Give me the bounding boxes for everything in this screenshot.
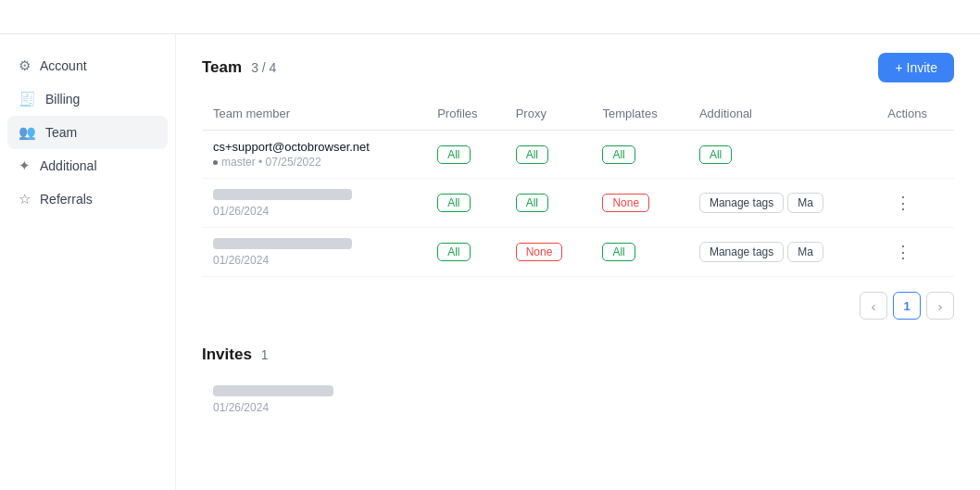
member-name-blurred: [213, 188, 415, 203]
proxy-badge: All: [516, 145, 548, 164]
manage-tags-button[interactable]: Manage tags: [699, 242, 784, 262]
templates-cell: None: [591, 179, 687, 228]
main-layout: ⚙Account🧾Billing👥Team✦Additional☆Referra…: [0, 34, 980, 490]
col-profiles: Profiles: [426, 97, 505, 131]
invites-section: Invites 1 01/26/2024: [202, 346, 954, 421]
sidebar-item-team[interactable]: 👥Team: [7, 116, 168, 149]
member-date: 01/26/2024: [213, 205, 415, 218]
profiles-cell: All: [426, 179, 505, 228]
pagination: ‹ 1 ›: [202, 292, 954, 320]
invite-button[interactable]: + Invite: [878, 53, 954, 82]
col-team-member: Team member: [202, 97, 426, 131]
table-row: 01/26/2024AllNoneAllManage tagsMa⋮: [202, 228, 954, 277]
member-cell: 01/26/2024: [202, 228, 426, 277]
manage-action-button[interactable]: Ma: [787, 242, 823, 262]
sidebar-item-additional[interactable]: ✦Additional: [7, 149, 168, 182]
member-name: cs+support@octobrowser.net: [213, 140, 415, 154]
sidebar-item-referrals[interactable]: ☆Referrals: [7, 182, 168, 216]
profiles-badge: All: [437, 145, 470, 164]
sidebar-label: Referrals: [40, 192, 93, 207]
invites-count: 1: [261, 347, 269, 362]
templates-badge: None: [602, 194, 649, 212]
sidebar-label: Team: [45, 125, 77, 140]
col-actions: Actions: [876, 97, 954, 131]
proxy-cell: None: [505, 228, 592, 277]
member-sub: master • 07/25/2022: [213, 156, 415, 169]
actions-cell: ⋮: [876, 179, 954, 228]
team-icon: 👥: [19, 124, 36, 141]
invite-date: 01/26/2024: [213, 401, 943, 414]
invite-name-blurred: [213, 385, 333, 396]
member-date: 01/26/2024: [213, 254, 415, 267]
table-row: cs+support@octobrowser.netmaster • 07/25…: [202, 131, 954, 179]
additional-icon: ✦: [19, 157, 31, 174]
billing-icon: 🧾: [19, 91, 36, 107]
templates-cell: All: [591, 131, 687, 179]
referrals-icon: ☆: [19, 191, 31, 207]
sidebar-label: Additional: [40, 158, 97, 173]
invites-header: Invites 1: [202, 346, 954, 364]
profiles-cell: All: [426, 228, 505, 277]
member-cell: 01/26/2024: [202, 179, 426, 228]
main-content: Team 3 / 4 + Invite Team memberProfilesP…: [176, 34, 980, 490]
actions-cell: ⋮: [876, 228, 954, 277]
invites-title: Invites: [202, 346, 252, 364]
additional-cell: Manage tagsMa: [688, 228, 876, 277]
proxy-badge: None: [516, 243, 563, 261]
account-icon: ⚙: [19, 57, 31, 74]
team-title-row: Team 3 / 4: [202, 58, 276, 77]
profiles-cell: All: [426, 131, 505, 179]
col-additional: Additional: [688, 97, 876, 131]
proxy-badge: All: [516, 194, 548, 212]
sidebar: ⚙Account🧾Billing👥Team✦Additional☆Referra…: [0, 34, 176, 490]
member-name-blurred: [213, 237, 415, 252]
templates-cell: All: [591, 228, 687, 277]
additional-badge: All: [699, 145, 732, 164]
page-header: [0, 0, 980, 34]
templates-badge: All: [602, 145, 634, 164]
team-section-header: Team 3 / 4 + Invite: [202, 53, 954, 82]
team-section-title: Team: [202, 58, 242, 77]
sidebar-item-billing[interactable]: 🧾Billing: [7, 82, 168, 116]
app-container: ⚙Account🧾Billing👥Team✦Additional☆Referra…: [0, 0, 980, 490]
profiles-badge: All: [437, 194, 470, 212]
templates-badge: All: [602, 243, 634, 261]
additional-cell: All: [688, 131, 876, 179]
member-cell: cs+support@octobrowser.netmaster • 07/25…: [202, 131, 426, 179]
sidebar-label: Billing: [45, 92, 80, 107]
proxy-cell: All: [505, 131, 592, 179]
prev-page-button[interactable]: ‹: [860, 292, 887, 320]
more-actions-button[interactable]: ⋮: [887, 191, 919, 215]
team-count: 3 / 4: [251, 60, 276, 75]
invite-row: 01/26/2024: [202, 377, 954, 421]
table-row: 01/26/2024AllAllNoneManage tagsMa⋮: [202, 179, 954, 228]
col-templates: Templates: [591, 97, 687, 131]
actions-cell: [876, 131, 954, 179]
profiles-badge: All: [437, 243, 470, 261]
sidebar-item-account[interactable]: ⚙Account: [7, 49, 168, 82]
next-page-button[interactable]: ›: [926, 292, 954, 320]
col-proxy: Proxy: [505, 97, 592, 131]
team-table: Team memberProfilesProxyTemplatesAdditio…: [202, 97, 954, 277]
sidebar-label: Account: [40, 58, 87, 73]
manage-action-button[interactable]: Ma: [787, 193, 823, 213]
manage-tags-button[interactable]: Manage tags: [699, 193, 784, 213]
additional-cell: Manage tagsMa: [688, 179, 876, 228]
more-actions-button[interactable]: ⋮: [887, 240, 919, 264]
page-1-button[interactable]: 1: [893, 292, 921, 320]
proxy-cell: All: [505, 179, 592, 228]
